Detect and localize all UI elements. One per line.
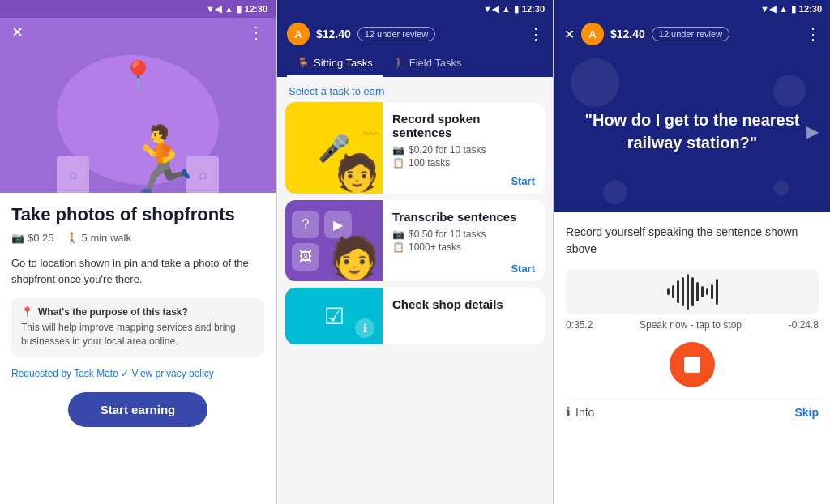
record-start-button[interactable]: Start [392, 170, 535, 187]
status-time-2: 12:30 [522, 4, 545, 14]
task-description: Go to location shown in pin and take a p… [11, 255, 264, 287]
sentence-display: "How do I get to the nearest railway sta… [567, 109, 817, 154]
price-icon-transcribe: 📷 [392, 229, 404, 240]
price-icon-record: 📷 [392, 144, 404, 156]
play-button[interactable]: ▶ [806, 122, 819, 141]
info-box-text: This will help improve mapping services … [21, 321, 255, 348]
balance-amount-3: $12.40 [610, 28, 645, 41]
card-body-record: Record spoken sentences 📷 $0.20 for 10 t… [383, 102, 545, 194]
transcribe-price: 📷 $0.50 for 10 tasks [392, 229, 535, 240]
price-icon: 📷 [11, 232, 24, 244]
status-bar-1: ▼◀ ▲ ▮ 12:30 [0, 0, 276, 18]
stop-recording-button[interactable] [670, 342, 715, 387]
battery-icon-2: ▮ [514, 4, 519, 15]
record-card-title: Record spoken sentences [392, 112, 535, 139]
card-illustration-record: 🎤 〰 🧑 [285, 102, 383, 194]
sitting-icon: 🪑 [297, 57, 310, 69]
timer-status: Speak now - tap to stop [640, 319, 742, 331]
transcribe-start-button[interactable]: Start [392, 258, 535, 275]
info-button[interactable]: ℹ Info [566, 404, 594, 420]
info-label: Info [575, 406, 594, 419]
menu-icon-3[interactable]: ⋮ [806, 25, 820, 43]
phone1-header: ✕ ⋮ [0, 18, 276, 47]
status-bar-2: ▼◀ ▲ ▮ 12:30 [277, 0, 553, 18]
record-tasks-count: 📋 100 tasks [392, 157, 535, 169]
battery-icon-3: ▮ [791, 4, 796, 15]
status-time-3: 12:30 [799, 4, 822, 14]
wave-bar-6 [691, 277, 694, 306]
waveform-display [566, 269, 819, 314]
record-content-area: Record yourself speaking the sentence sh… [554, 212, 830, 504]
task-illustration: 📍 🏃 [0, 47, 276, 193]
signal-icon: ▼◀ [206, 4, 221, 15]
task-card-transcribe[interactable]: ? ▶ 🖼 🧑 Transcribe sentences 📷 $0.50 for… [285, 200, 545, 281]
status-bar-3: ▼◀ ▲ ▮ 12:30 [554, 0, 830, 18]
dot-4 [773, 180, 789, 196]
building-left [57, 156, 89, 193]
wave-bar-7 [696, 282, 699, 301]
walk-icon: 🚶 [66, 232, 79, 244]
wave-bar-4 [682, 277, 684, 306]
phone2-header: A $12.40 12 under review ⋮ [277, 18, 553, 50]
phone3-header: ✕ A $12.40 12 under review ⋮ [554, 18, 830, 50]
privacy-text: Requested by Task Mate ✓ View privacy po… [11, 368, 264, 379]
phone1-content: Take photos of shopfronts 📷 $0.25 🚶 5 mi… [0, 193, 276, 504]
close-icon-3[interactable]: ✕ [564, 27, 575, 42]
wave-bar-3 [677, 280, 679, 303]
check-shop-title: Check shop details [392, 297, 535, 311]
recording-screen: "How do I get to the nearest railway sta… [554, 50, 830, 212]
person-with-phone-icon: 🧑 [335, 152, 379, 194]
timer-row: 0:35.2 Speak now - tap to stop -0:24.8 [566, 319, 819, 331]
tab-bar: 🪑 Sitting Tasks 🚶 Field Tasks [277, 50, 553, 77]
dot-3 [603, 180, 627, 204]
verified-icon: ✓ [121, 368, 129, 379]
wave-bar-1 [667, 288, 670, 295]
tasks-icon-record: 📋 [392, 157, 404, 169]
task-distance: 🚶 5 min walk [66, 232, 131, 244]
card-body-transcribe: Transcribe sentences 📷 $0.50 for 10 task… [383, 200, 545, 281]
task-card-record[interactable]: 🎤 〰 🧑 Record spoken sentences 📷 $0.20 fo… [285, 102, 545, 194]
wifi-icon-3: ▲ [779, 4, 788, 14]
wave-bar-5 [687, 274, 689, 310]
task-price: 📷 $0.25 [11, 232, 54, 244]
tab-sitting-tasks[interactable]: 🪑 Sitting Tasks [287, 50, 383, 77]
tab-field-tasks[interactable]: 🚶 Field Tasks [383, 50, 472, 77]
record-footer: ℹ Info Skip [566, 399, 819, 420]
wifi-icon-2: ▲ [502, 4, 511, 14]
wave-bar-11 [716, 279, 718, 305]
phone-screen-2: ▼◀ ▲ ▮ 12:30 A $12.40 12 under review ⋮ … [277, 0, 553, 504]
card-body-check: Check shop details [383, 288, 545, 344]
balance-amount: $12.40 [316, 28, 351, 41]
transcribe-person-icon: 🧑 [329, 234, 379, 281]
signal-icon-3: ▼◀ [760, 4, 776, 15]
recording-instruction: Record yourself speaking the sentence sh… [566, 224, 819, 258]
task-card-check-shop[interactable]: ☑ ℹ Check shop details [285, 288, 545, 344]
card-illustration-check: ☑ ℹ [285, 288, 383, 344]
menu-icon-2[interactable]: ⋮ [528, 25, 543, 43]
task-title: Take photos of shopfronts [11, 204, 264, 225]
user-avatar-3: A [581, 23, 604, 45]
skip-button[interactable]: Skip [794, 406, 819, 419]
location-pin: 📍 [120, 59, 156, 93]
stop-icon [684, 357, 700, 373]
header-left: A $12.40 12 under review [287, 23, 435, 45]
phone3-header-left: ✕ A $12.40 12 under review [564, 23, 729, 45]
timer-remaining: -0:24.8 [789, 319, 819, 331]
start-earning-button[interactable]: Start earning [68, 392, 208, 427]
checklist-icon: ☑ [324, 303, 344, 330]
close-icon[interactable]: ✕ [11, 23, 24, 41]
privacy-link[interactable]: View privacy policy [132, 368, 214, 379]
transcribe-card-title: Transcribe sentences [392, 210, 535, 224]
info-icon-check: ℹ [355, 318, 374, 338]
tasks-icon-transcribe: 📋 [392, 241, 404, 253]
phone-screen-1: ▼◀ ▲ ▮ 12:30 ✕ ⋮ 📍 🏃 Take photos of shop… [0, 0, 276, 504]
info-circle-icon: ℹ [566, 404, 571, 420]
timer-elapsed: 0:35.2 [566, 319, 593, 331]
menu-icon[interactable]: ⋮ [248, 23, 264, 42]
info-box: 📍 What's the purpose of this task? This … [11, 298, 264, 357]
transcribe-tasks-count: 📋 1000+ tasks [392, 241, 535, 253]
wave-bar-10 [711, 284, 713, 299]
phone-screen-3: ▼◀ ▲ ▮ 12:30 ✕ A $12.40 12 under review … [554, 0, 830, 504]
dot-2 [773, 75, 806, 107]
card-illustration-transcribe: ? ▶ 🖼 🧑 [285, 200, 383, 281]
